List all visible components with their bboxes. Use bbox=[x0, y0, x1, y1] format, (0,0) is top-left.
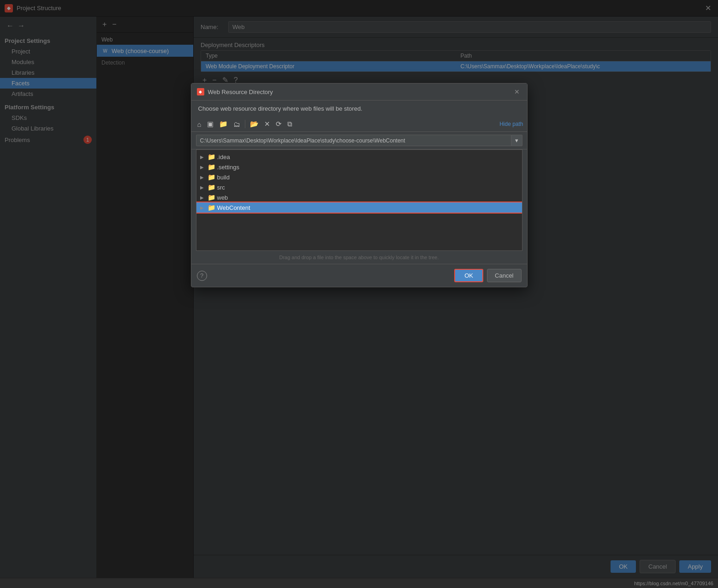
dialog-bottom: ? OK Cancel bbox=[191, 264, 527, 287]
dialog-delete-button[interactable]: ✕ bbox=[262, 119, 273, 130]
dialog-copy-button[interactable]: ⧉ bbox=[285, 119, 295, 130]
dialog-home-button[interactable]: ⌂ bbox=[195, 119, 204, 130]
tree-label-build: build bbox=[217, 174, 230, 181]
tree-arrow-web: ▶ bbox=[200, 195, 206, 200]
dialog-bottom-right: OK Cancel bbox=[454, 269, 521, 282]
tree-item-build[interactable]: ▶ 📁 build bbox=[196, 172, 522, 182]
dialog-desktop-button[interactable]: ▣ bbox=[205, 119, 216, 130]
tree-label-settings: .settings bbox=[217, 164, 239, 171]
tree-arrow-src: ▶ bbox=[200, 185, 206, 190]
dialog-path-row: ▾ bbox=[191, 132, 527, 149]
tree-item-webcontent[interactable]: ▶ 📁 WebContent bbox=[196, 202, 522, 213]
file-tree[interactable]: ▶ 📁 .idea ▶ 📁 .settings ▶ 📁 build ▶ 📁 sr… bbox=[196, 149, 522, 251]
dialog-cancel-button[interactable]: Cancel bbox=[487, 269, 521, 282]
hide-path-button[interactable]: Hide path bbox=[499, 121, 523, 127]
dialog-path-input[interactable] bbox=[196, 135, 511, 146]
toolbar-separator bbox=[245, 120, 245, 128]
tree-item-src[interactable]: ▶ 📁 src bbox=[196, 182, 522, 192]
dialog-description: Choose web resource directory where web … bbox=[191, 101, 527, 117]
dialog-folder2-button[interactable]: 🗂 bbox=[231, 119, 243, 130]
dialog-folder-button[interactable]: 📁 bbox=[217, 119, 230, 130]
tree-label-web: web bbox=[217, 194, 228, 201]
dialog-refresh-button[interactable]: ⟳ bbox=[273, 119, 284, 130]
tree-item-web[interactable]: ▶ 📁 web bbox=[196, 192, 522, 202]
status-bar: https://blog.csdn.net/m0_47709146 bbox=[0, 578, 718, 588]
folder-icon-webcontent: 📁 bbox=[208, 204, 215, 211]
dialog-ok-button[interactable]: OK bbox=[454, 269, 483, 282]
dialog-app-icon: ◆ bbox=[197, 88, 204, 95]
web-resource-dialog: ◆ Web Resource Directory ✕ Choose web re… bbox=[191, 83, 528, 287]
dialog-overlay: ◆ Web Resource Directory ✕ Choose web re… bbox=[0, 0, 718, 578]
folder-icon-web: 📁 bbox=[208, 194, 215, 201]
dialog-folder-new-button[interactable]: 📂 bbox=[248, 119, 261, 130]
dialog-close-button[interactable]: ✕ bbox=[512, 87, 522, 96]
tree-arrow-build: ▶ bbox=[200, 175, 206, 180]
dialog-path-select: ▾ bbox=[196, 135, 522, 146]
dialog-help-button[interactable]: ? bbox=[197, 271, 207, 281]
tree-label-idea: .idea bbox=[217, 154, 230, 160]
folder-icon-src: 📁 bbox=[208, 184, 215, 191]
tree-label-src: src bbox=[217, 184, 225, 191]
dialog-drag-hint: Drag and drop a file into the space abov… bbox=[191, 251, 527, 264]
tree-arrow-webcontent: ▶ bbox=[200, 205, 206, 210]
dialog-title-bar: ◆ Web Resource Directory ✕ bbox=[191, 83, 527, 101]
dialog-title: Web Resource Directory bbox=[208, 89, 509, 95]
folder-icon-build: 📁 bbox=[208, 173, 215, 181]
tree-arrow-idea: ▶ bbox=[200, 154, 206, 160]
folder-icon-idea: 📁 bbox=[208, 153, 215, 160]
status-url: https://blog.csdn.net/m0_47709146 bbox=[634, 581, 713, 586]
tree-label-webcontent: WebContent bbox=[217, 204, 250, 211]
tree-item-idea[interactable]: ▶ 📁 .idea bbox=[196, 152, 522, 162]
folder-icon-settings: 📁 bbox=[208, 163, 215, 171]
dialog-toolbar: ⌂ ▣ 📁 🗂 📂 ✕ ⟳ ⧉ Hide path bbox=[191, 117, 527, 132]
tree-arrow-settings: ▶ bbox=[200, 165, 206, 170]
dialog-path-dropdown-button[interactable]: ▾ bbox=[511, 135, 522, 146]
tree-item-settings[interactable]: ▶ 📁 .settings bbox=[196, 162, 522, 172]
